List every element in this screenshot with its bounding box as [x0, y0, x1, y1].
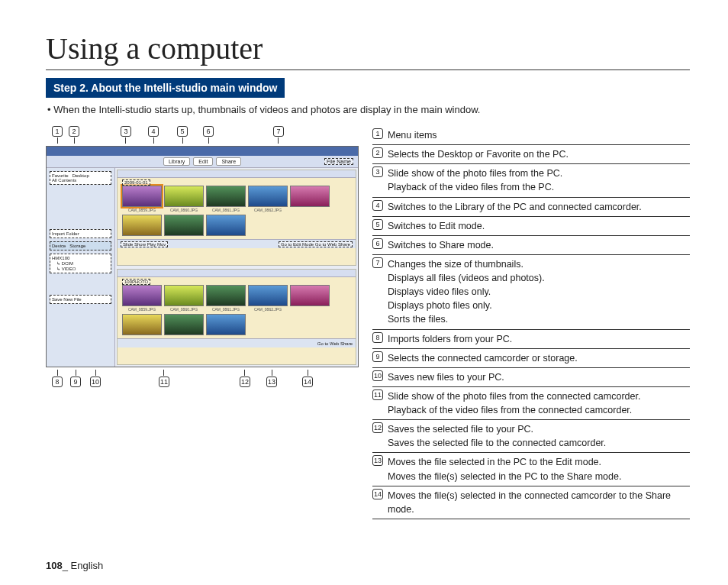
- legend-number: 7: [372, 257, 383, 268]
- legend-text: Menu items: [388, 128, 690, 142]
- screenshot-column: 1 2 3 4 5 6 7 Library Edit Share File Na…: [46, 126, 359, 519]
- thumbnail[interactable]: [164, 314, 204, 335]
- tab-library[interactable]: Library: [163, 157, 190, 166]
- step-heading: Step 2. About the Intelli-studio main wi…: [46, 78, 285, 98]
- thumb-label: CAM_0859.JPG: [122, 306, 162, 312]
- callout-14: 14: [302, 377, 313, 387]
- tree-video[interactable]: VIDEO: [62, 267, 76, 271]
- legend-text: Slide show of the photo files from the P…: [388, 166, 690, 194]
- page-number: 108: [46, 560, 63, 571]
- callout-10: 10: [90, 377, 101, 387]
- legend-row: 9Selects the connected camcorder or stor…: [372, 349, 690, 368]
- legend-text: Selects the Desktop or Favorite on the P…: [388, 147, 690, 161]
- intelli-studio-window: Library Edit Share File Name Favorite De…: [46, 146, 359, 367]
- pc-thumbnails: CAM_0859.JPG CAM_0860.JPG CAM_0861.JPG C…: [118, 178, 356, 239]
- thumbnail[interactable]: CAM_0860.JPG: [164, 186, 204, 212]
- window-titlebar: [47, 147, 358, 156]
- legend-number: 6: [372, 238, 383, 249]
- thumbnail[interactable]: CAM_0860.JPG: [164, 285, 204, 312]
- thumb-label: CAM_0861.JPG: [206, 207, 246, 212]
- legend-text: Switches to the Library of the PC and co…: [388, 200, 690, 214]
- thumbnail[interactable]: CAM_0859.JPG: [122, 285, 162, 312]
- legend-number: 2: [372, 147, 383, 158]
- legend-text: Moves the file(s) selected in the connec…: [388, 489, 690, 516]
- callout-5: 5: [177, 126, 188, 137]
- page-lang: _ English: [63, 560, 103, 571]
- legend-number: 3: [372, 166, 383, 177]
- legend-text: Imports folders from your PC.: [388, 332, 690, 346]
- sidebar-device[interactable]: Device: [52, 244, 66, 248]
- thumbnail[interactable]: [290, 285, 330, 312]
- callout-4: 4: [148, 126, 159, 137]
- cam-folder[interactable]: 100PHOTO: [122, 279, 150, 285]
- intro-bullet: • When the Intelli-studio starts up, thu…: [46, 104, 690, 115]
- legend-text: Saves new files to your PC.: [388, 370, 690, 384]
- thumb-label: CAM_0860.JPG: [164, 306, 204, 312]
- legend-row: 8Imports folders from your PC.: [372, 330, 690, 349]
- callout-12: 12: [240, 377, 250, 387]
- save-new-file-button[interactable]: Save New File: [50, 295, 111, 304]
- legend-row: 12Saves the selected file to your PC.Sav…: [372, 420, 690, 453]
- thumbnail[interactable]: CAM_0862.JPG: [248, 285, 288, 312]
- thumb-label: CAM_0862.JPG: [248, 207, 288, 212]
- legend-row: 10Saves new files to your PC.: [372, 368, 690, 387]
- thumbnail[interactable]: CAM_0861.JPG: [206, 186, 246, 212]
- thumb-label: CAM_0861.JPG: [206, 306, 246, 312]
- thumb-label: CAM_0862.JPG: [248, 306, 288, 312]
- callout-2: 2: [69, 126, 79, 137]
- tab-share[interactable]: Share: [216, 157, 241, 166]
- legend-row: 6Switches to Share mode.: [372, 236, 690, 255]
- thumbnail[interactable]: CAM_0859.JPG: [122, 186, 162, 212]
- legend-number: 5: [372, 219, 383, 230]
- thumb-label: CAM_0859.JPG: [122, 207, 162, 212]
- tab-edit[interactable]: Edit: [193, 157, 213, 166]
- pc-pane: 2009-01-01 CAM_0859.JPG CAM_0860.JPG CAM…: [117, 170, 356, 266]
- legend-number: 9: [372, 351, 383, 362]
- callout-6: 6: [203, 126, 214, 137]
- callout-8: 8: [52, 377, 63, 387]
- legend-text: Slide show of the photo files from the c…: [388, 389, 690, 417]
- thumbnail[interactable]: [206, 314, 246, 335]
- sidebar-device-box[interactable]: Device Storage: [50, 241, 111, 250]
- cam-goto-share[interactable]: Go to Web Share: [317, 341, 353, 346]
- legend-row: 13Moves the file selected in the PC to t…: [372, 453, 690, 486]
- sidebar-all-contents[interactable]: All Contents: [52, 178, 109, 183]
- legend-row: 1Menu items: [372, 126, 690, 145]
- pc-folder[interactable]: 2009-01-01: [122, 179, 150, 186]
- sidebar-tree[interactable]: HMX100 ↳ DCIM ↳ VIDEO: [50, 254, 111, 273]
- camcorder-pane: 100PHOTO CAM_0859.JPG CAM_0860.JPG CAM_0…: [117, 269, 356, 365]
- legend-number: 14: [372, 489, 383, 499]
- sidebar-storage[interactable]: Storage: [69, 244, 85, 248]
- legend-text: Switches to Share mode.: [388, 238, 690, 252]
- page-title: Using a computer: [46, 31, 690, 70]
- pc-strip: Slide Show Play Mov Go to Edit Mode Go t…: [118, 239, 356, 248]
- thumbnail[interactable]: [122, 314, 162, 335]
- cam-strip: Go to Web Share: [118, 338, 356, 347]
- pc-slideshow-play[interactable]: Slide Show Play Mov: [121, 241, 168, 247]
- file-filter[interactable]: File Name: [324, 158, 353, 165]
- top-callout-row: 1 2 3 4 5 6 7: [49, 126, 359, 144]
- bottom-callout-row: 8 9 10 11 12 13 14: [49, 369, 359, 387]
- thumbnail[interactable]: [206, 215, 246, 236]
- callout-1: 1: [52, 126, 63, 137]
- legend-number: 10: [372, 370, 383, 381]
- thumbnail[interactable]: CAM_0861.JPG: [206, 285, 246, 312]
- thumbnail[interactable]: CAM_0862.JPG: [248, 186, 288, 212]
- legend-row: 4Switches to the Library of the PC and c…: [372, 198, 690, 217]
- import-folder-button[interactable]: Import Folder: [50, 229, 111, 238]
- legend-text: Switches to Edit mode.: [388, 219, 690, 233]
- legend-text: Changes the size of thumbnails.Displays …: [388, 257, 690, 327]
- thumbnail[interactable]: [122, 215, 162, 236]
- pc-goto-edit-share[interactable]: Go to Edit Mode Go to Web Share: [279, 241, 353, 247]
- legend-number: 11: [372, 389, 383, 400]
- thumbnail[interactable]: [164, 215, 204, 236]
- legend-number: 4: [372, 200, 383, 211]
- thumbnail[interactable]: [290, 186, 330, 212]
- page-footer: 108_ English: [46, 560, 103, 571]
- legend-row: 7Changes the size of thumbnails.Displays…: [372, 255, 690, 330]
- callout-11: 11: [159, 377, 169, 387]
- legend-number: 8: [372, 332, 383, 343]
- sidebar-pc-box[interactable]: Favorite Desktop All Contents: [50, 171, 111, 185]
- legend-row: 11Slide show of the photo files from the…: [372, 387, 690, 420]
- legend-number: 1: [372, 128, 383, 139]
